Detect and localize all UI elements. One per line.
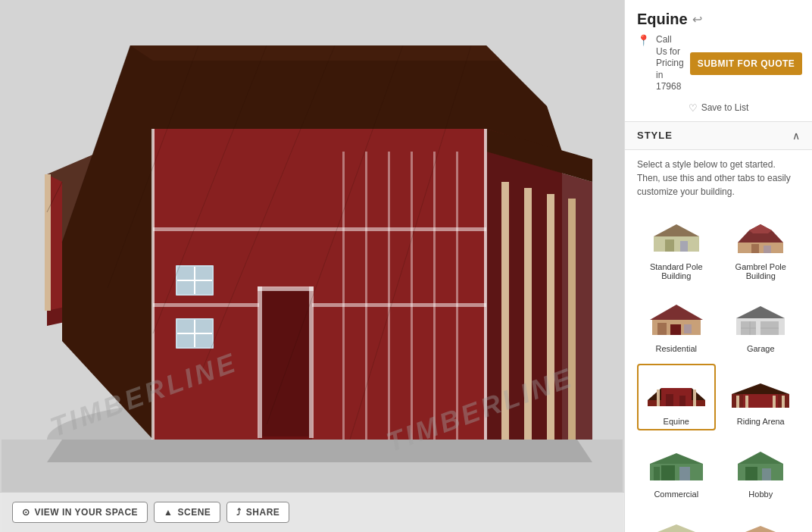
svg-rect-33 xyxy=(456,152,458,440)
svg-rect-37 xyxy=(568,199,576,440)
svg-rect-80 xyxy=(736,396,739,408)
svg-rect-4 xyxy=(45,174,51,311)
svg-rect-72 xyxy=(666,394,673,406)
style-item-residential[interactable]: Residential xyxy=(637,291,716,358)
style-item-pavillion[interactable]: Pavillion xyxy=(722,509,801,532)
svg-rect-53 xyxy=(738,243,783,253)
style-item-label: Standard Pole Building xyxy=(642,262,711,280)
svg-rect-35 xyxy=(524,188,532,440)
save-label: Save to List xyxy=(701,102,749,113)
collapse-icon[interactable]: ∧ xyxy=(792,130,800,142)
style-item-standard-pole[interactable]: Standard Pole Building xyxy=(637,209,716,285)
svg-rect-73 xyxy=(679,396,686,406)
svg-rect-11 xyxy=(151,129,155,440)
title-row: Equine ↩ xyxy=(637,11,800,28)
svg-rect-48 xyxy=(654,236,699,252)
scene-button[interactable]: ▲ SCENE xyxy=(154,502,220,523)
svg-rect-28 xyxy=(342,152,345,440)
svg-rect-12 xyxy=(484,129,487,440)
svg-rect-36 xyxy=(547,194,554,440)
style-item-commercial[interactable]: Commercial xyxy=(637,437,716,503)
mountain-icon: ▲ xyxy=(164,507,173,518)
svg-rect-16 xyxy=(262,291,309,437)
svg-marker-76 xyxy=(732,383,789,394)
share-button[interactable]: ⤴ SHARE xyxy=(226,502,289,523)
svg-rect-29 xyxy=(365,152,367,440)
heart-icon: ♡ xyxy=(689,102,698,114)
pricing-row: 📍 Call Us for Pricing in 17968 SUBMIT FO… xyxy=(637,34,800,93)
style-item-open-pole[interactable]: Open Pole Building xyxy=(637,509,716,532)
svg-marker-56 xyxy=(650,305,703,320)
svg-rect-14 xyxy=(153,303,486,307)
style-item-garage[interactable]: Garage xyxy=(722,291,801,358)
style-item-label: Commercial xyxy=(654,490,698,499)
svg-marker-89 xyxy=(738,452,783,464)
style-item-label: Garage xyxy=(747,344,775,353)
svg-rect-82 xyxy=(773,396,776,408)
svg-rect-60 xyxy=(684,324,692,333)
panel-title: Equine xyxy=(637,11,688,28)
svg-rect-34 xyxy=(501,182,509,440)
svg-marker-39 xyxy=(47,440,592,462)
style-description: Select a style below to get started. The… xyxy=(625,150,812,203)
pricing-text: Call Us for Pricing in 17968 xyxy=(656,34,684,93)
svg-rect-50 xyxy=(680,241,688,252)
svg-rect-74 xyxy=(657,390,660,406)
svg-rect-86 xyxy=(661,465,675,480)
svg-rect-75 xyxy=(693,390,696,406)
svg-rect-81 xyxy=(745,396,748,408)
style-item-label: Residential xyxy=(656,344,697,353)
svg-rect-83 xyxy=(782,396,785,408)
svg-rect-13 xyxy=(153,227,486,231)
svg-rect-90 xyxy=(738,464,783,480)
style-item-label: Equine xyxy=(664,417,689,426)
svg-marker-52 xyxy=(749,224,772,233)
style-item-label: Hobby xyxy=(748,490,773,499)
svg-rect-49 xyxy=(665,239,674,252)
save-to-list-button[interactable]: ♡ Save to List xyxy=(637,101,800,115)
svg-rect-92 xyxy=(762,468,771,480)
svg-marker-6 xyxy=(130,45,501,61)
svg-rect-17 xyxy=(258,286,314,291)
style-item-label: Gambrel Pole Building xyxy=(726,262,796,280)
svg-marker-93 xyxy=(650,524,703,532)
svg-rect-32 xyxy=(433,152,436,440)
svg-marker-61 xyxy=(736,306,785,318)
section-header: STYLE ∧ xyxy=(625,122,812,150)
style-grid: Standard Pole Building Gambrel Pole Buil… xyxy=(625,203,812,532)
eye-icon: ⊙ xyxy=(22,507,30,518)
svg-rect-54 xyxy=(751,244,759,253)
undo-icon[interactable]: ↩ xyxy=(692,12,702,27)
style-item-equine[interactable]: Equine xyxy=(637,364,716,430)
svg-rect-58 xyxy=(657,323,667,335)
svg-marker-47 xyxy=(654,224,699,236)
style-item-label: Riding Arena xyxy=(737,417,785,426)
svg-rect-19 xyxy=(309,286,314,438)
svg-rect-18 xyxy=(258,286,262,438)
svg-rect-87 xyxy=(679,467,690,480)
location-icon: 📍 xyxy=(637,34,650,46)
right-panel: Equine ↩ 📍 Call Us for Pricing in 17968 … xyxy=(624,0,812,532)
svg-rect-88 xyxy=(654,467,660,480)
viewer-toolbar: ⊙ VIEW IN YOUR SPACE ▲ SCENE ⤴ SHARE xyxy=(0,492,624,532)
svg-rect-30 xyxy=(388,152,390,440)
style-section: STYLE ∧ Select a style below to get star… xyxy=(625,122,812,532)
3d-viewer: TIMBERLINE TIMBERLINE ⊙ VIEW IN YOUR SPA… xyxy=(0,0,624,532)
svg-rect-91 xyxy=(745,467,757,480)
svg-marker-84 xyxy=(650,453,703,464)
style-item-gambrel-pole[interactable]: Gambrel Pole Building xyxy=(722,209,801,285)
svg-rect-55 xyxy=(764,246,771,253)
view-in-space-button[interactable]: ⊙ VIEW IN YOUR SPACE xyxy=(12,502,148,523)
section-title: STYLE xyxy=(637,130,673,141)
svg-marker-101 xyxy=(734,526,787,532)
svg-rect-31 xyxy=(411,152,413,440)
style-item-riding-arena[interactable]: Riding Arena xyxy=(722,364,801,430)
share-icon: ⤴ xyxy=(236,507,242,518)
style-item-hobby[interactable]: Hobby xyxy=(722,437,801,503)
svg-rect-59 xyxy=(670,324,681,335)
submit-quote-button[interactable]: SUBMIT FOR QUOTE xyxy=(690,52,803,75)
panel-header: Equine ↩ 📍 Call Us for Pricing in 17968 … xyxy=(625,0,812,122)
